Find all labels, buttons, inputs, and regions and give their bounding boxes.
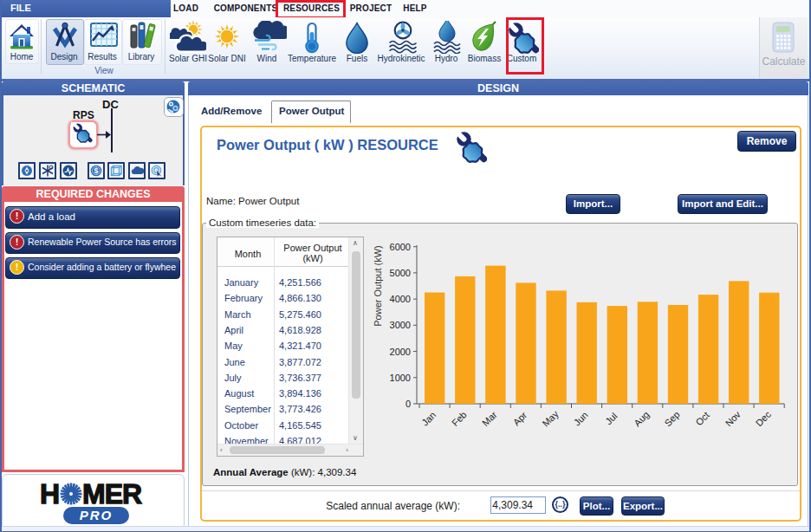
svg-text:Jul: Jul <box>603 411 619 426</box>
svg-text:Sep: Sep <box>662 409 681 428</box>
svg-text:2000: 2000 <box>390 347 411 357</box>
svg-text:May: May <box>541 408 561 429</box>
svg-text:Mar: Mar <box>480 409 499 428</box>
svg-text:Dec: Dec <box>754 409 774 429</box>
svg-text:Jan: Jan <box>419 410 438 428</box>
svg-text:0: 0 <box>406 399 411 409</box>
svg-text:Apr: Apr <box>511 410 529 428</box>
svg-text:Jun: Jun <box>572 410 590 428</box>
svg-text:4000: 4000 <box>390 294 411 304</box>
svg-text:H: H <box>40 478 59 509</box>
svg-text:Aug: Aug <box>632 409 651 428</box>
svg-text:6000: 6000 <box>390 242 411 252</box>
svg-text:Nov: Nov <box>723 409 743 429</box>
svg-text:$: $ <box>94 166 98 175</box>
svg-text:Power Output (kW): Power Output (kW) <box>373 245 383 327</box>
svg-text:Oct: Oct <box>693 410 711 428</box>
svg-text:5000: 5000 <box>390 268 411 278</box>
svg-text:PRO: PRO <box>80 508 114 522</box>
svg-text:3000: 3000 <box>390 320 411 330</box>
svg-text:Feb: Feb <box>450 409 469 428</box>
svg-text:MER: MER <box>82 478 142 509</box>
svg-text:1000: 1000 <box>390 373 411 383</box>
